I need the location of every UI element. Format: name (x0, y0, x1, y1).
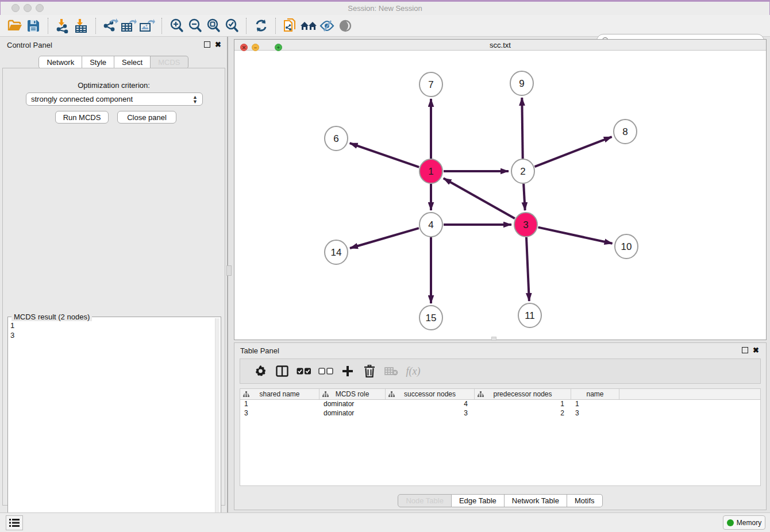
home-icon[interactable] (299, 17, 318, 34)
cell-shared-name[interactable]: 3 (240, 409, 319, 418)
result-line: 1 (10, 321, 14, 330)
network-minimize-button[interactable]: − (252, 44, 259, 51)
show-panels-icon[interactable] (336, 17, 355, 34)
zoom-in-icon[interactable] (167, 17, 186, 34)
graph-node-2[interactable]: 2 (511, 159, 534, 183)
table-toolbar: f(x) (240, 358, 761, 384)
zoom-fit-icon[interactable] (204, 17, 222, 34)
 (263, 42, 271, 49)
export-image-icon[interactable] (138, 17, 156, 34)
task-history-button[interactable] (6, 515, 23, 530)
mcds-result-title: MCDS result (2 nodes) (11, 313, 92, 321)
tab-edge-table[interactable]: Edge Table (452, 494, 505, 507)
open-session-icon[interactable] (6, 17, 24, 34)
cell-name[interactable]: 3 (571, 409, 619, 418)
column-header-successor-nodes[interactable]: successor nodes (386, 389, 475, 399)
mcds-result-group: MCDS result (2 nodes) 1 3 (7, 317, 221, 532)
optimization-criterion-label: Optimization criterion: (3, 81, 225, 90)
tab-select[interactable]: Select (114, 56, 151, 69)
delete-columns-trash-icon[interactable] (359, 365, 380, 377)
table-options-gear-icon[interactable] (249, 365, 271, 377)
refresh-layout-icon[interactable] (252, 17, 270, 34)
memory-button[interactable]: Memory (723, 515, 765, 530)
cell-mcds-role[interactable]: dominator (319, 409, 386, 418)
float-table-panel-icon[interactable] (742, 347, 748, 353)
graph-node-10[interactable]: 10 (615, 234, 638, 259)
column-header-shared-name[interactable]: shared name (240, 389, 319, 399)
maximize-window-button[interactable] (36, 4, 44, 12)
zoom-selected-icon[interactable] (222, 17, 241, 34)
graph-node-4[interactable]: 4 (419, 213, 442, 237)
minimize-window-button[interactable] (24, 4, 32, 12)
graph-edge-1-6[interactable] (350, 143, 419, 167)
float-panel-icon[interactable] (204, 41, 210, 48)
control-panel-title: Control Panel (7, 41, 52, 49)
svg-text:4: 4 (428, 219, 433, 230)
control-panel-header: Control Panel ✖ (0, 37, 227, 53)
graph-node-1[interactable]: 1 (419, 159, 442, 183)
cell-predecessor-nodes[interactable]: 1 (475, 400, 571, 409)
zoom-out-icon[interactable] (186, 17, 204, 34)
graph-edge-3-10[interactable] (538, 228, 612, 244)
select-all-columns-icon[interactable] (293, 368, 315, 375)
tab-motifs[interactable]: Motifs (567, 494, 603, 507)
graph-edge-4-14[interactable] (350, 228, 419, 248)
cell-name[interactable]: 1 (571, 400, 619, 409)
toolbar-separator (246, 18, 247, 34)
cell-mcds-role[interactable]: dominator (319, 400, 386, 409)
tab-mcds[interactable]: MCDS (151, 56, 188, 69)
deselect-all-columns-icon[interactable] (315, 368, 337, 375)
network-zoom-button[interactable]: + (275, 44, 282, 51)
import-network-icon[interactable] (53, 17, 72, 34)
hide-panels-icon[interactable] (318, 17, 336, 34)
import-table-icon[interactable] (72, 17, 90, 34)
cell-successor-nodes[interactable]: 3 (386, 409, 475, 418)
duplicate-network-icon[interactable] (281, 17, 299, 34)
network-close-button[interactable]: ✕ (240, 44, 248, 51)
tab-network[interactable]: Network (38, 56, 82, 69)
table-row[interactable]: 3 dominator 3 2 3 (240, 409, 760, 418)
close-panel-button[interactable]: Close panel (117, 111, 176, 124)
cell-successor-nodes[interactable]: 4 (386, 400, 475, 409)
graph-node-11[interactable]: 11 (518, 303, 541, 327)
graph-edge-3-11[interactable] (526, 237, 529, 301)
graph-edge-3-1[interactable] (444, 178, 515, 218)
run-mcds-button[interactable]: Run MCDS (55, 111, 109, 124)
graph-edge-2-3[interactable] (523, 184, 525, 210)
graph-edge-2-9[interactable] (522, 98, 522, 159)
criterion-value: strongly connected component (31, 95, 133, 103)
graph-node-3[interactable]: 3 (514, 213, 537, 237)
column-header-predecessor-nodes[interactable]: predecessor nodes (475, 389, 571, 399)
graph-node-14[interactable]: 14 (325, 240, 348, 264)
graph-node-6[interactable]: 6 (325, 126, 348, 151)
graph-node-15[interactable]: 15 (419, 306, 442, 330)
cell-predecessor-nodes[interactable]: 2 (475, 409, 571, 418)
close-window-button[interactable] (11, 4, 20, 12)
graph-node-8[interactable]: 8 (614, 119, 637, 144)
tab-node-table[interactable]: Node Table (398, 494, 452, 507)
cell-shared-name[interactable]: 1 (240, 400, 319, 409)
graph-node-7[interactable]: 7 (419, 72, 442, 97)
result-scrollbar[interactable] (215, 318, 220, 532)
add-column-icon[interactable] (337, 365, 359, 377)
panel-splitter-grip[interactable] (226, 265, 232, 276)
tab-network-table[interactable]: Network Table (505, 494, 567, 507)
delete-table-icon[interactable] (380, 367, 402, 376)
export-table-icon[interactable] (120, 17, 138, 34)
graph-edge-2-8[interactable] (535, 137, 612, 167)
criterion-select[interactable]: strongly connected component ▲▼ (26, 92, 203, 106)
tab-style[interactable]: Style (82, 56, 114, 69)
network-splitter-grip[interactable] (491, 337, 496, 341)
graph-node-9[interactable]: 9 (510, 71, 533, 95)
function-builder-icon[interactable]: f(x) (402, 365, 424, 377)
close-panel-icon[interactable]: ✖ (215, 41, 221, 48)
export-network-icon[interactable] (101, 17, 120, 34)
column-header-name[interactable]: name (571, 389, 619, 399)
save-session-icon[interactable] (24, 17, 43, 34)
svg-text:10: 10 (621, 241, 632, 252)
split-panel-icon[interactable] (271, 365, 293, 377)
close-table-panel-icon[interactable]: ✖ (753, 347, 759, 353)
column-header-mcds-role[interactable]: MCDS role (319, 389, 386, 399)
table-row[interactable]: 1 dominator 4 1 1 (240, 400, 760, 409)
toolbar-separator (48, 18, 48, 34)
